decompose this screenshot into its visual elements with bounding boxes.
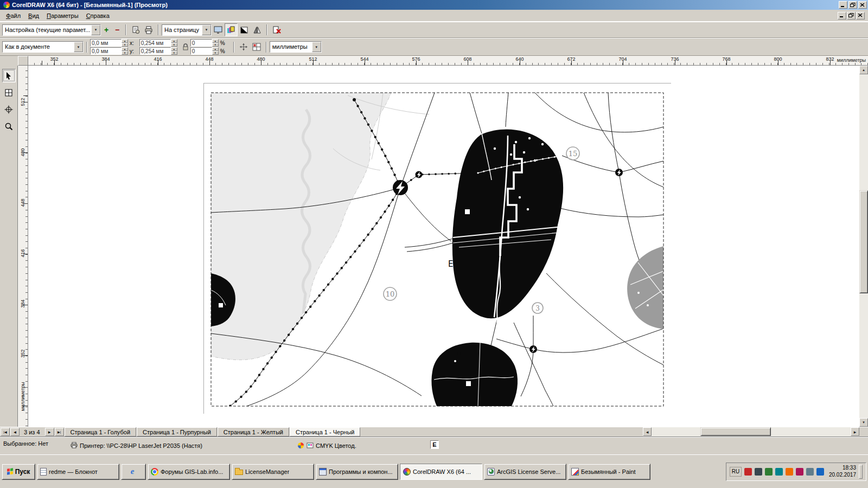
ruler-major-ticks [23,66,28,427]
vertical-scroll-thumb[interactable] [859,190,868,293]
language-indicator[interactable]: RU [730,467,742,477]
tab-separation-black[interactable]: Страница 1 - Черный [290,427,361,436]
invert-colors-icon[interactable] [238,23,251,36]
zoom-tool-icon[interactable] [2,119,16,133]
preview-canvas[interactable]: 15 10 3 E [28,66,859,427]
scale-x-field[interactable]: 0 [190,39,212,47]
taskbar-task-ie[interactable]: e [121,464,146,480]
image-position-value: Как в документе [3,42,74,52]
position-y-field[interactable]: 0,0 мм [90,47,122,55]
print-icon[interactable] [142,23,155,36]
position-y-spinner[interactable]: ▲▼ [122,47,128,55]
menu-options[interactable]: Параметры [43,11,82,21]
taskbar-task-notepad[interactable]: redme — Блокнот [37,464,119,480]
print-separations-icon[interactable] [225,23,238,36]
vertical-ruler[interactable]: 512 480 448 416 384 352 миллиметры [18,66,28,427]
scale-x-spinner[interactable]: ▲▼ [212,39,219,47]
menu-help[interactable]: Справка [82,11,113,21]
chevron-down-icon[interactable]: ▼ [202,25,211,35]
tray-icon-update[interactable] [765,468,773,476]
tray-icon[interactable] [755,468,762,476]
show-desktop-button[interactable] [859,465,863,479]
imposition-grid-icon[interactable] [250,41,263,54]
scroll-up-icon[interactable]: ▲ [859,66,868,74]
tray-icon[interactable] [775,468,783,476]
spin-down-icon: ▼ [122,51,128,55]
pick-tool-icon[interactable] [2,69,16,82]
width-field[interactable]: 0,254 мм [139,39,171,47]
marks-placement-tool-icon[interactable] [2,102,16,116]
menu-file[interactable]: Файл [2,11,24,21]
page-tab-bar: |◀ ◀ 3 из 4 ▶ ▶| Страница 1 - Голубой Ст… [0,427,868,436]
position-x-field[interactable]: 0,0 мм [90,39,122,47]
units-combobox[interactable]: миллиметры ▼ [270,41,322,53]
spin-down-icon: ▼ [171,51,177,55]
mdi-minimize-button[interactable] [838,12,846,20]
internet-explorer-icon: e [131,467,135,476]
print-style-combobox[interactable]: Настройка (текущие парамет... ▼ [2,24,101,36]
taskbar-task-programs[interactable]: Программы и компон... [316,464,398,480]
chevron-down-icon[interactable]: ▼ [91,25,100,35]
minimize-button[interactable] [839,1,847,9]
height-field[interactable]: 0,254 мм [139,47,171,55]
add-print-style-button[interactable]: + [101,24,112,35]
map-callout-15: 15 [569,150,578,158]
print-options-icon[interactable] [129,23,142,36]
tray-icon[interactable] [786,468,793,476]
delete-print-style-button[interactable]: − [112,24,123,35]
taskbar-task-paint[interactable]: Безымянный - Paint [568,464,650,480]
taskbar-task-licensemanager[interactable]: LicenseManager [232,464,314,480]
scale-y-spinner[interactable]: ▲▼ [212,47,219,55]
chevron-down-icon[interactable]: ▼ [74,42,83,52]
tab-separation-magenta[interactable]: Страница 1 - Пурпурный [137,427,217,436]
zoom-combobox[interactable]: На страницу ▼ [162,24,212,36]
notification-badge[interactable]: E [430,440,439,449]
ruler-origin-button[interactable] [18,56,28,66]
position-x-spinner[interactable]: ▲▼ [122,39,128,47]
tray-icon[interactable] [796,468,803,476]
clock[interactable]: 18:33 20.02.2017 [827,465,856,478]
mdi-restore-button[interactable] [847,12,856,20]
scroll-left-icon[interactable]: ◀ [643,427,652,436]
taskbar-task-coreldraw[interactable]: CorelDRAW X6 (64 ... [400,464,482,480]
previous-page-button[interactable]: ◀ [10,428,20,436]
fullscreen-preview-icon[interactable] [212,23,225,36]
tab-separation-yellow[interactable]: Страница 1 - Желтый [218,427,289,436]
separator [266,42,267,53]
scroll-right-icon[interactable]: ▶ [851,427,859,436]
spin-down-icon: ▼ [212,43,219,47]
lock-ratio-icon[interactable] [181,41,190,54]
scroll-down-icon[interactable]: ▼ [859,418,868,427]
start-button[interactable]: Пуск [2,464,35,480]
imposition-layout-tool-icon[interactable] [2,86,16,99]
taskbar-task-browser[interactable]: Форумы GIS-Lab.info... [148,464,230,480]
tab-separation-cyan[interactable]: Страница 1 - Голубой [65,427,137,436]
restore-button[interactable] [848,1,857,9]
image-position-combobox[interactable]: Как в документе ▼ [2,41,84,53]
tray-icon-acrobat[interactable] [744,468,752,476]
windows-flag-icon [7,468,13,475]
horizontal-scrollbar[interactable]: ◀ ▶ [643,427,859,436]
taskbar-task-arcgis[interactable]: ArcGIS License Serve... [484,464,566,480]
horizontal-ruler[interactable]: 352 384 416 448 480 512 544 576 608 640 … [28,56,868,66]
chevron-down-icon[interactable]: ▼ [312,42,321,52]
height-spinner[interactable]: ▲▼ [171,47,177,55]
h-ruler-label: 416 [154,56,162,62]
mdi-close-button[interactable] [856,12,865,20]
width-spinner[interactable]: ▲▼ [171,39,177,47]
mirror-icon[interactable] [251,23,264,36]
first-page-button[interactable]: |◀ [1,428,10,436]
close-button[interactable] [858,1,867,9]
tray-icon-volume[interactable] [806,468,814,476]
next-page-button[interactable]: ▶ [45,428,54,436]
coreldraw-app-icon[interactable] [3,1,10,9]
menu-view[interactable]: Вид [24,11,43,21]
scale-y-field[interactable]: 0 [190,47,212,55]
vertical-scrollbar[interactable]: ▲ ▼ [859,66,868,427]
center-image-icon[interactable] [237,41,250,54]
horizontal-scroll-thumb[interactable] [700,427,771,436]
close-print-preview-icon[interactable] [270,23,283,36]
tray-icon-network[interactable] [816,468,824,476]
last-page-button[interactable]: ▶| [55,428,64,436]
map-callout-10: 10 [386,290,395,298]
